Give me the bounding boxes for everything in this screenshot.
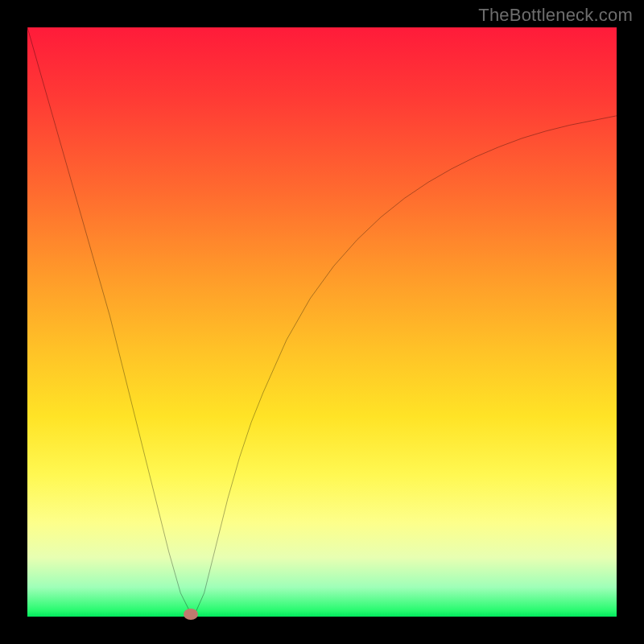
plot-area (27, 27, 617, 617)
bottleneck-curve-line (27, 27, 617, 614)
chart-frame: TheBottleneck.com (0, 0, 644, 644)
bottleneck-curve (27, 27, 617, 617)
watermark-text: TheBottleneck.com (478, 5, 633, 26)
optimum-marker (184, 609, 198, 620)
